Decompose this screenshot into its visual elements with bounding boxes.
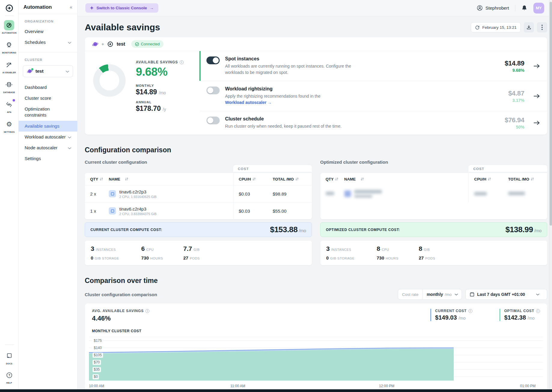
option-row-cluster-schedule: Cluster schedule Run cluster only when n… bbox=[200, 111, 547, 135]
main-area: Switch to Classic Console → Stephrobert … bbox=[78, 0, 552, 389]
sort-icon bbox=[361, 177, 364, 181]
column-header-qty[interactable]: QTY bbox=[320, 177, 344, 181]
annual-value: $178.70 /y bbox=[136, 105, 184, 113]
rail-item-database[interactable]: DATABASE bbox=[3, 80, 15, 93]
sparkle-icon bbox=[90, 6, 94, 10]
column-header-qty[interactable]: QTY bbox=[85, 177, 109, 181]
option-title: Workload rightsizing bbox=[225, 86, 321, 92]
brand-logo-icon[interactable] bbox=[4, 3, 14, 13]
arrow-right-icon[interactable] bbox=[533, 120, 540, 125]
link-arrow-right-icon[interactable]: → bbox=[267, 100, 272, 105]
annual-label: ANNUAL bbox=[136, 100, 184, 104]
rail-item-docs[interactable]: DOCS bbox=[4, 351, 14, 365]
row-qty: 2 x bbox=[85, 191, 109, 196]
notifications-bell-icon[interactable] bbox=[521, 5, 527, 11]
current-config-label: Current cluster configuration bbox=[85, 160, 312, 165]
sidebar-item-dashboard[interactable]: Dashboard bbox=[19, 82, 77, 93]
workload-rightsizing-toggle[interactable] bbox=[206, 87, 220, 94]
icon-rail: AUTOMATION MONITORING AI ENABLER DATABAS… bbox=[0, 0, 19, 389]
option-description: Run cluster only when needed, keep it pa… bbox=[225, 123, 342, 129]
option-row-spot-instances: Spot instances All workloads are current… bbox=[200, 51, 547, 81]
sidebar-divider-2 bbox=[19, 52, 77, 53]
rail-label-docs: DOCS bbox=[6, 363, 12, 365]
rail-label-ai-enabler: AI ENABLER bbox=[2, 71, 16, 74]
optimal-cost-block: OPTIMAL COSTi $142.38 /mo bbox=[499, 309, 540, 321]
info-icon[interactable]: i bbox=[145, 309, 149, 313]
avg-available-savings: AVG. AVAILABLE SAVINGSi 4.46% bbox=[92, 309, 149, 322]
sidebar-item-workload-autoscaler[interactable]: Workload autoscaler bbox=[19, 132, 77, 142]
cluster-select-value: test bbox=[35, 68, 63, 74]
date-range-select[interactable]: Last 7 days GMT +01:00 bbox=[465, 289, 547, 300]
arrow-right-icon[interactable] bbox=[533, 94, 540, 99]
sidebar-item-cluster-score[interactable]: Cluster score bbox=[19, 93, 77, 104]
sort-icon bbox=[531, 177, 534, 181]
sidebar-item-settings[interactable]: Settings bbox=[19, 153, 77, 164]
rail-item-help[interactable]: ? HELP bbox=[4, 370, 14, 384]
workload-autoscaler-link[interactable]: Workload autoscaler bbox=[225, 100, 266, 105]
info-icon[interactable]: i bbox=[180, 60, 184, 64]
rail-item-automation[interactable]: AUTOMATION bbox=[2, 20, 17, 34]
sidebar-section-cluster: CLUSTER bbox=[19, 57, 77, 65]
download-button[interactable] bbox=[524, 22, 534, 32]
cluster-cost-svg bbox=[89, 337, 543, 382]
chevron-down-icon bbox=[535, 293, 543, 296]
avatar[interactable]: MY bbox=[533, 3, 544, 14]
svg-text:?: ? bbox=[8, 374, 10, 377]
sort-icon bbox=[488, 177, 491, 181]
sidebar-automation: Automation « ORGANIZATION Overview Sched… bbox=[19, 0, 78, 389]
cluster-select[interactable]: test bbox=[23, 65, 73, 77]
sidebar-item-overview[interactable]: Overview bbox=[19, 26, 77, 37]
column-header-cpuh[interactable]: CPU/H bbox=[468, 173, 505, 185]
x-axis-tick: 11:00 AM bbox=[230, 384, 246, 388]
info-icon[interactable]: i bbox=[468, 309, 472, 313]
switch-classic-console-button[interactable]: Switch to Classic Console → bbox=[85, 3, 158, 13]
apa-badge-dot bbox=[13, 99, 15, 102]
stat-gib: 7.7GIB bbox=[183, 245, 306, 252]
sidebar-item-available-savings[interactable]: Available savings bbox=[19, 121, 77, 132]
stat-hours: 730HOURS bbox=[141, 255, 183, 261]
page-content: Available savings February 15, 13:21 bbox=[78, 16, 552, 389]
info-icon[interactable]: i bbox=[536, 309, 540, 313]
planet-icon bbox=[92, 41, 99, 47]
sidebar-collapse-icon[interactable]: « bbox=[70, 5, 72, 10]
scrollbar-thumb[interactable] bbox=[550, 2, 552, 226]
user-name: Stephrobert bbox=[486, 5, 509, 11]
instance-name: tinav6.c2r2p3 bbox=[119, 189, 157, 194]
redacted-instance-icon bbox=[344, 190, 351, 197]
column-header-name[interactable]: NAME bbox=[344, 177, 469, 181]
spot-instances-toggle[interactable] bbox=[206, 56, 220, 64]
refresh-button[interactable]: February 15, 13:21 bbox=[471, 22, 521, 32]
database-icon bbox=[4, 80, 14, 90]
row-total: $55.00 bbox=[270, 208, 312, 214]
more-options-kebab-button[interactable] bbox=[537, 22, 547, 32]
user-menu[interactable]: Stephrobert bbox=[477, 5, 509, 11]
column-header-cpuh[interactable]: CPU/H bbox=[233, 173, 270, 185]
rail-item-settings[interactable]: ⚙ SETTINGS bbox=[4, 119, 15, 133]
column-header-name[interactable]: NAME bbox=[109, 177, 233, 181]
y-axis-tick: $105 bbox=[93, 353, 103, 358]
stat-gib: 8GIB bbox=[419, 245, 541, 252]
redacted-cell bbox=[474, 192, 487, 196]
chart-x-axis: 10:00 AM11:00 AM12:00 PM01:00 PM bbox=[89, 384, 543, 389]
chevron-down-icon bbox=[68, 145, 71, 151]
arrow-right-icon[interactable] bbox=[533, 64, 540, 68]
option-percent: 50% bbox=[505, 125, 525, 129]
cluster-schedule-toggle[interactable] bbox=[206, 117, 220, 124]
stat-storage: 0GIB STORAGE bbox=[91, 255, 141, 261]
cost-rate-select[interactable]: Cost rate monthly /mo bbox=[398, 289, 462, 300]
current-cost-block: CURRENT COSTi $149.03 /mo bbox=[430, 309, 472, 321]
column-header-total[interactable]: TOTAL /MO bbox=[270, 177, 312, 181]
comparison-over-time-title: Comparison over time bbox=[85, 277, 547, 285]
sidebar-item-schedules[interactable]: Schedules bbox=[19, 37, 77, 48]
rail-item-ai-enabler[interactable]: AI ENABLER bbox=[2, 60, 16, 74]
instance-icon bbox=[109, 207, 116, 214]
settings-gear-icon: ⚙ bbox=[4, 119, 14, 129]
column-header-total[interactable]: TOTAL /MO bbox=[505, 177, 547, 181]
rail-item-monitoring[interactable]: MONITORING bbox=[2, 40, 16, 54]
sidebar-item-node-autoscaler[interactable]: Node autoscaler bbox=[19, 142, 77, 153]
available-savings-card: + test Connected AVAILABLE SAVINGSi bbox=[85, 37, 547, 135]
sidebar-item-optimization-constraints[interactable]: Optimization constraints bbox=[19, 104, 77, 121]
stat-pods: 27PODS bbox=[183, 255, 306, 261]
automation-icon bbox=[4, 20, 14, 30]
rail-item-apa[interactable]: APA bbox=[4, 99, 14, 113]
